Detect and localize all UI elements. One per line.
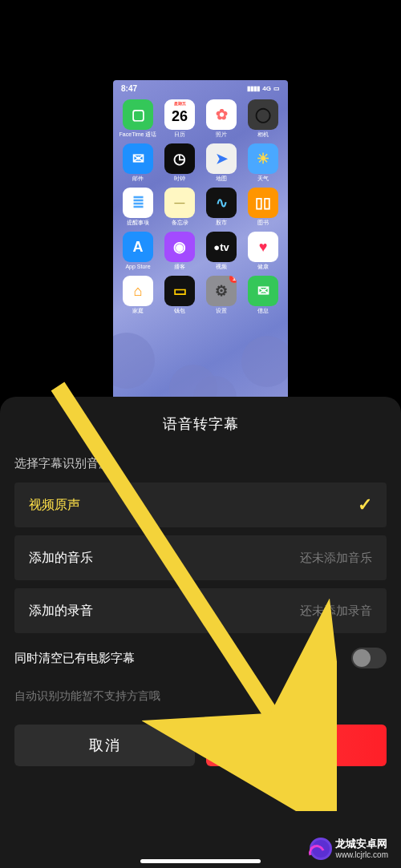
source-section-label: 选择字幕识别音源 — [14, 456, 387, 471]
app-calendar-label: 日历 — [174, 131, 185, 137]
app-notes-icon: ─ — [164, 188, 195, 218]
app-reminders: ≣提醒事项 — [118, 188, 158, 225]
source-option-music-status: 还未添加音乐 — [300, 551, 372, 566]
source-option-recording-label: 添加的录音 — [29, 603, 93, 620]
app-mail: ✉邮件 — [118, 143, 158, 181]
app-home-icon: ⌂ — [123, 276, 153, 306]
home-indicator[interactable] — [140, 859, 261, 863]
app-health: ♥健康 — [243, 232, 283, 269]
app-books-icon: ▯▯ — [248, 188, 278, 218]
app-notes-label: 备忘录 — [172, 220, 188, 225]
source-option-recording-status: 还未添加录音 — [300, 604, 372, 619]
network-label: 4G — [262, 85, 271, 92]
app-podcasts-icon: ◉ — [164, 232, 195, 262]
app-stocks-icon: ∿ — [206, 188, 237, 218]
app-settings-label: 设置 — [216, 308, 227, 313]
app-camera-label: 相机 — [257, 131, 269, 137]
watermark-title: 龙城安卓网 — [335, 838, 388, 850]
watermark-url: www.lcjrlc.com — [335, 850, 388, 859]
app-wallet-label: 钱包 — [174, 308, 185, 313]
battery-icon: ▭ — [273, 85, 280, 92]
app-messages: ✉信息 — [243, 276, 283, 313]
clear-subtitles-label: 同时清空已有电影字幕 — [14, 651, 135, 666]
source-option-original[interactable]: 视频原声✓ — [14, 482, 387, 527]
app-health-label: 健康 — [257, 264, 269, 269]
app-tv-icon: ●tv — [206, 232, 237, 262]
app-clock: ◷时钟 — [160, 143, 200, 181]
app-maps: ➤地图 — [201, 143, 241, 181]
sheet-title: 语音转字幕 — [14, 414, 387, 434]
app-camera: ◯相机 — [243, 99, 283, 137]
app-camera-icon: ◯ — [248, 99, 278, 130]
app-tv: ●tv视频 — [201, 232, 241, 269]
app-books-label: 图书 — [257, 220, 269, 225]
app-health-icon: ♥ — [248, 232, 278, 262]
app-messages-icon: ✉ — [248, 276, 278, 306]
app-books: ▯▯图书 — [243, 188, 283, 225]
cancel-button[interactable]: 取消 — [14, 725, 195, 766]
app-calendar: 星期五26日历 — [160, 99, 200, 137]
app-clock-label: 时钟 — [174, 176, 185, 181]
app-mail-label: 邮件 — [132, 176, 144, 181]
app-wallet-icon: ▭ — [164, 276, 195, 306]
app-tv-label: 视频 — [216, 264, 227, 269]
app-maps-label: 地图 — [216, 176, 227, 181]
app-facetime-label: FaceTime 通话 — [119, 131, 157, 137]
status-bar: 8:47 ▮▮▮▮ 4G ▭ — [113, 80, 288, 96]
app-stocks: ∿股市 — [201, 188, 241, 225]
app-maps-icon: ➤ — [206, 143, 237, 174]
check-icon: ✓ — [358, 495, 372, 515]
dialect-hint: 自动识别功能暂不支持方言哦 — [14, 689, 387, 704]
app-weather-icon: ☀ — [248, 143, 278, 174]
app-photos-label: 照片 — [216, 131, 227, 137]
video-preview: 8:47 ▮▮▮▮ 4G ▭ ▢FaceTime 通话星期五26日历✿照片◯相机… — [113, 80, 288, 405]
source-option-original-label: 视频原声 — [29, 497, 80, 514]
status-time: 8:47 — [121, 84, 137, 93]
app-appstore: AApp Store — [118, 232, 158, 269]
app-photos-icon: ✿ — [206, 99, 237, 130]
source-option-recording[interactable]: 添加的录音还未添加录音 — [14, 588, 387, 633]
clear-subtitles-toggle[interactable] — [351, 648, 387, 668]
app-photos: ✿照片 — [201, 99, 241, 137]
app-notes: ─备忘录 — [160, 188, 200, 225]
app-mail-icon: ✉ — [123, 143, 153, 174]
app-weather: ☀天气 — [243, 143, 283, 181]
app-wallet: ▭钱包 — [160, 276, 200, 313]
app-weather-label: 天气 — [257, 176, 269, 181]
start-recognition-button[interactable]: 开始识别 — [206, 725, 387, 766]
signal-icon: ▮▮▮▮ — [247, 85, 260, 92]
app-podcasts-label: 播客 — [174, 264, 185, 269]
app-appstore-label: App Store — [125, 264, 150, 269]
app-reminders-label: 提醒事项 — [127, 220, 149, 225]
watermark: 龙城安卓网 www.lcjrlc.com — [302, 834, 396, 863]
app-home: ⌂家庭 — [118, 276, 158, 313]
voice-to-subtitle-sheet: 语音转字幕 选择字幕识别音源 视频原声✓添加的音乐还未添加音乐添加的录音还未添加… — [0, 397, 401, 868]
source-option-music-label: 添加的音乐 — [29, 550, 93, 567]
app-settings-icon: ⚙1 — [206, 276, 237, 306]
app-podcasts: ◉播客 — [160, 232, 200, 269]
watermark-logo-icon — [310, 838, 332, 860]
app-facetime-icon: ▢ — [123, 99, 153, 130]
app-calendar-icon: 星期五26 — [164, 99, 195, 130]
badge: 1 — [229, 276, 237, 283]
app-home-label: 家庭 — [132, 308, 144, 313]
app-reminders-icon: ≣ — [123, 188, 153, 218]
source-option-music[interactable]: 添加的音乐还未添加音乐 — [14, 535, 387, 580]
app-messages-label: 信息 — [257, 308, 269, 313]
app-stocks-label: 股市 — [216, 220, 227, 225]
app-settings: ⚙1设置 — [201, 276, 241, 313]
app-clock-icon: ◷ — [164, 143, 195, 174]
app-appstore-icon: A — [123, 232, 153, 262]
app-facetime: ▢FaceTime 通话 — [118, 99, 158, 137]
